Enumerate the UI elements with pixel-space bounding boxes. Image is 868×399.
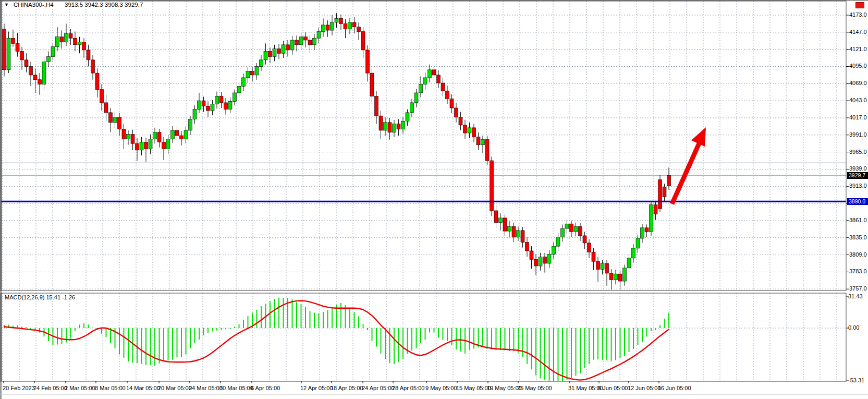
candle-bear xyxy=(645,228,649,232)
candle-bull xyxy=(273,49,276,56)
candle-bear xyxy=(432,70,436,75)
candle-bull xyxy=(149,139,152,149)
candle-bull xyxy=(7,38,10,70)
candle-bull xyxy=(410,103,414,113)
candle-bear xyxy=(29,66,33,75)
candle-bull xyxy=(282,45,285,53)
candle-bear xyxy=(251,71,254,75)
candle-bear xyxy=(95,73,99,90)
price-tick-label: 4121.0 xyxy=(849,46,867,52)
candles xyxy=(3,13,671,289)
ohlc-quote-label: 3913.5 3942.3 3908.3 3929.7 xyxy=(64,2,144,8)
time-tick-label: 20 Feb 2023 xyxy=(3,385,35,391)
candle-bull xyxy=(601,263,604,269)
blue-line-price-badge: 3890.0 xyxy=(847,198,868,205)
candle-bear xyxy=(339,18,343,23)
time-tick-label: 20 Mar 05:00 xyxy=(158,385,192,391)
candle-bull xyxy=(499,218,503,223)
price-tick-label: 4069.0 xyxy=(849,80,867,86)
candle-bull xyxy=(508,226,511,231)
price-tick-label: 3809.0 xyxy=(849,251,867,258)
symbol-dropdown-icon[interactable]: ▼ xyxy=(4,2,9,7)
candle-bear xyxy=(437,75,441,83)
price-tick-label: 3991.0 xyxy=(849,131,867,138)
candle-bear xyxy=(530,251,533,259)
candle-bear xyxy=(25,60,28,67)
time-tick-label: 19 May 05:00 xyxy=(487,385,522,391)
candle-bear xyxy=(494,211,498,223)
price-tick-label: 4043.0 xyxy=(849,97,867,103)
candle-bull xyxy=(290,40,294,50)
time-tick-label: 24 Apr 05:00 xyxy=(362,385,394,391)
candle-bull xyxy=(299,37,303,45)
candle-bear xyxy=(162,142,166,149)
candle-bear xyxy=(618,274,622,281)
candle-bear xyxy=(654,205,657,214)
chart-canvas[interactable] xyxy=(0,0,868,399)
candle-bull xyxy=(140,142,143,150)
top-right-marker[interactable] xyxy=(855,2,864,8)
candle-bull xyxy=(561,228,565,237)
candle-bull xyxy=(632,248,635,258)
candle-bull xyxy=(198,101,201,109)
price-tick-label: 4095.0 xyxy=(849,63,867,69)
candle-bull xyxy=(47,57,51,62)
candle-bear xyxy=(490,161,494,211)
candle-bear xyxy=(397,124,400,129)
candle-bear xyxy=(219,96,223,103)
candle-bear xyxy=(455,108,458,117)
candle-bear xyxy=(588,243,591,252)
candle-bull xyxy=(384,123,387,130)
candle-bear xyxy=(472,128,476,137)
price-tick-label: 3939.0 xyxy=(849,165,867,172)
candle-bear xyxy=(38,80,42,84)
candle-bull xyxy=(233,93,237,101)
current-price-badge: 3929.7 xyxy=(847,172,868,179)
candle-bear xyxy=(503,218,507,231)
candle-bull xyxy=(517,231,520,237)
candle-bear xyxy=(534,259,538,266)
candle-bear xyxy=(157,132,161,142)
candle-bull xyxy=(423,78,427,84)
candle-bull xyxy=(641,228,644,238)
candle-bull xyxy=(127,135,130,139)
time-tick-label: 6 Apr 05:00 xyxy=(251,385,280,391)
time-tick-label: 25 May 05:00 xyxy=(517,385,552,391)
candle-bear xyxy=(69,33,72,38)
main-panel-border xyxy=(1,1,846,291)
candle-bear xyxy=(82,42,86,50)
candle-bear xyxy=(361,32,365,50)
price-tick-label: 3783.0 xyxy=(849,268,867,274)
candle-bear xyxy=(583,236,586,243)
candle-bull xyxy=(406,113,409,121)
symbol-period-label: CHINA300-,H4 xyxy=(13,2,55,8)
candle-bull xyxy=(255,66,259,75)
arrow-shaft xyxy=(672,143,699,204)
candle-bear xyxy=(521,231,524,243)
candle-bear xyxy=(352,22,356,27)
candle-bull xyxy=(193,110,197,119)
candle-bull xyxy=(331,22,334,30)
candle-bull xyxy=(51,47,55,57)
price-tick-label: 4147.0 xyxy=(849,29,867,35)
candle-bull xyxy=(242,78,246,86)
time-tick-label: 8 Mar 05:00 xyxy=(95,385,126,391)
price-tick-label: 3861.0 xyxy=(849,217,867,223)
candle-bull xyxy=(65,33,68,42)
candle-bear xyxy=(605,263,609,273)
candle-bear xyxy=(326,25,329,30)
candle-bull xyxy=(184,130,188,139)
candle-bull xyxy=(264,51,267,59)
candle-bear xyxy=(122,129,126,139)
candle-bull xyxy=(153,132,157,139)
candle-bear xyxy=(308,40,312,45)
price-tick-label: 3757.0 xyxy=(849,285,867,292)
candle-bull xyxy=(228,101,232,109)
candle-bull xyxy=(468,128,471,133)
candle-bull xyxy=(547,254,551,263)
candle-bull xyxy=(335,18,338,22)
candle-bear xyxy=(344,23,347,29)
candle-bear xyxy=(579,226,582,236)
time-tick-label: 18 Apr 05:00 xyxy=(331,385,363,391)
candle-bear xyxy=(663,187,666,197)
